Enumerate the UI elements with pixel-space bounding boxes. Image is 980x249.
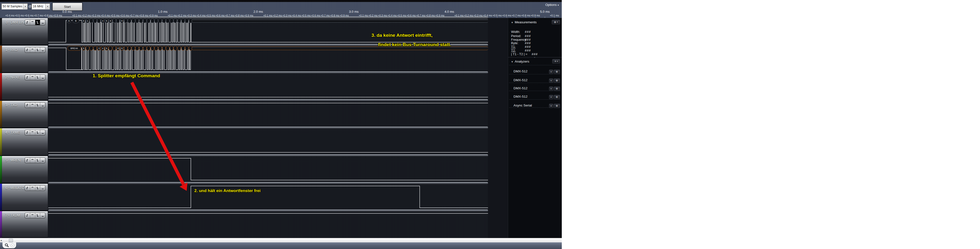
ruler-tick-arrow-icon: ↓ — [9, 16, 11, 18]
trigger-low-level-icon[interactable] — [40, 213, 45, 218]
chevron-down-icon[interactable]: ⌄ — [534, 56, 536, 58]
measurements-header[interactable]: ▼Measurements — [511, 20, 536, 24]
measurement-label: Width: — [511, 30, 520, 34]
trigger-falling-edge-icon[interactable] — [35, 130, 40, 135]
expand-icon[interactable]: › — [11, 244, 14, 247]
decode-bubble: 4 — [101, 46, 105, 51]
analyzer-settings-button[interactable]: ⚙ — [554, 86, 560, 91]
decode-bubble — [151, 18, 154, 23]
sample-rate-select[interactable]: 16 MHz ▾ — [31, 3, 50, 10]
trigger-falling-edge-icon[interactable] — [35, 185, 40, 191]
remove-analyzer-button[interactable]: × — [549, 86, 553, 91]
remove-analyzer-button[interactable]: × — [549, 104, 553, 108]
trigger-falling-edge-icon[interactable] — [35, 47, 40, 53]
trigger-high-level-icon[interactable] — [30, 158, 35, 163]
analyzers-header[interactable]: ▼Analyzers — [511, 60, 529, 63]
decode-bubble — [162, 46, 166, 51]
trigger-rising-edge-icon[interactable] — [25, 185, 30, 191]
trigger-falling-edge-icon[interactable] — [35, 158, 40, 163]
trigger-low-level-icon[interactable] — [40, 158, 45, 163]
trigger-rising-edge-icon[interactable] — [25, 75, 30, 80]
remove-analyzer-button[interactable]: × — [549, 95, 553, 99]
channel-header-7[interactable]: 7 - TXDM — [2, 211, 48, 237]
analyzer-settings-button[interactable]: ⚙ — [554, 78, 560, 83]
scroll-left-icon[interactable]: ◂ — [0, 239, 2, 242]
analyzer-settings-button[interactable]: ⚙ — [554, 95, 560, 99]
chevron-down-icon: ▾ — [557, 21, 558, 23]
trigger-high-level-icon[interactable] — [30, 102, 35, 108]
trigger-rising-edge-icon[interactable] — [25, 158, 30, 163]
dotted-separator — [509, 83, 560, 83]
trigger-falling-edge-icon[interactable] — [35, 20, 40, 25]
channel-header-1[interactable]: 1 - RXD — [2, 46, 48, 72]
trigger-falling-edge-icon[interactable] — [35, 102, 40, 108]
trigger-high-level-icon[interactable] — [30, 47, 35, 53]
start-button[interactable]: Start — [52, 3, 82, 11]
trigger-button-group — [25, 213, 45, 218]
trigger-high-level-icon[interactable] — [30, 20, 35, 25]
trigger-high-level-icon[interactable] — [30, 75, 35, 80]
magnifier-icon[interactable] — [5, 243, 9, 247]
decode-bubble: B — [73, 18, 79, 23]
trigger-high-level-icon[interactable] — [30, 185, 35, 191]
ruler-tick-arrow-icon: ↓ — [38, 16, 39, 18]
plus-icon: + — [554, 60, 556, 63]
trigger-rising-edge-icon[interactable] — [25, 213, 30, 218]
analyzer-item[interactable]: DMX-512 — [514, 69, 528, 73]
channel-header-4[interactable]: 4 - TXME — [2, 128, 48, 155]
chevron-down-icon: ▾ — [558, 4, 559, 6]
scrollbar-thumb[interactable] — [9, 239, 13, 243]
trigger-falling-edge-icon[interactable] — [35, 75, 40, 80]
channel-header-0[interactable]: 0 - DMX LINE — [2, 18, 48, 45]
analyzer-item[interactable]: DMX-512 — [514, 78, 528, 82]
trigger-high-level-icon[interactable] — [30, 213, 35, 218]
remove-analyzer-button[interactable]: × — [549, 78, 553, 83]
waveform-traces — [48, 18, 488, 238]
analyzer-item[interactable]: DMX-512 — [514, 95, 528, 98]
trigger-button-group — [25, 185, 45, 191]
analyzer-settings-button[interactable]: ⚙ — [554, 70, 560, 74]
chevron-down-icon[interactable]: ▾ — [45, 4, 50, 9]
decode-bubble — [139, 46, 143, 51]
trigger-falling-edge-icon[interactable] — [35, 213, 40, 218]
trigger-rising-edge-icon[interactable] — [25, 102, 30, 108]
trigger-low-level-icon[interactable] — [40, 102, 45, 108]
trigger-low-level-icon[interactable] — [40, 185, 45, 191]
horizontal-scrollbar[interactable]: ◂ — [0, 238, 562, 243]
channel-header-6[interactable]: 6 - MRLATCHED — [2, 184, 48, 210]
sample-rate-value: 16 MHz — [32, 5, 45, 8]
waveform-area[interactable]: SBBREAKSS1344556899 — [48, 18, 488, 238]
channel-header-3[interactable]: 3 - TXD — [2, 101, 48, 127]
trigger-rising-edge-icon[interactable] — [25, 47, 30, 53]
decode-bubble — [151, 46, 154, 51]
trigger-button-group — [25, 47, 45, 53]
zoom-tool-tab[interactable]: › — [2, 243, 16, 248]
sample-depth-select[interactable]: 50 M Samples ▾ — [1, 3, 28, 10]
toolbar: 50 M Samples ▾ @ 16 MHz ▾ Start Options … — [0, 2, 562, 18]
analyzer-item[interactable]: DMX-512 — [514, 86, 528, 90]
add-analyzer-button[interactable]: +▾ — [552, 59, 560, 64]
trigger-low-level-icon[interactable] — [40, 20, 45, 25]
decode-bubble — [143, 18, 147, 23]
trigger-low-level-icon[interactable] — [40, 130, 45, 135]
annotation-text-2: 2. und hält ein Antwortfenster frei — [194, 188, 261, 193]
annotation-text-1: 1. Splitter empfängt Command — [92, 73, 160, 78]
trigger-rising-edge-icon[interactable] — [25, 20, 30, 25]
trigger-low-level-icon[interactable] — [40, 75, 45, 80]
decode-bubble — [124, 46, 128, 51]
decode-bubble — [113, 18, 116, 23]
trigger-high-level-icon[interactable] — [30, 130, 35, 135]
dotted-separator — [509, 99, 560, 100]
measurements-gear-button[interactable]: ⚙▾ — [552, 20, 560, 24]
options-menu[interactable]: Options ▾ — [546, 3, 559, 6]
ruler-major-label: 2.0 ms — [253, 10, 263, 13]
channel-header-5[interactable]: 5 - MREN — [2, 156, 48, 183]
chevron-down-icon[interactable]: ▾ — [23, 4, 27, 9]
trigger-low-level-icon[interactable] — [40, 47, 45, 53]
channel-header-2[interactable]: 2 - NRXE — [2, 73, 48, 100]
analyzer-settings-button[interactable]: ⚙ — [554, 104, 560, 108]
decode-bubble: 1 — [86, 18, 89, 23]
trigger-rising-edge-icon[interactable] — [25, 130, 30, 135]
analyzer-item[interactable]: Async Serial — [514, 104, 532, 107]
remove-analyzer-button[interactable]: × — [549, 70, 553, 74]
